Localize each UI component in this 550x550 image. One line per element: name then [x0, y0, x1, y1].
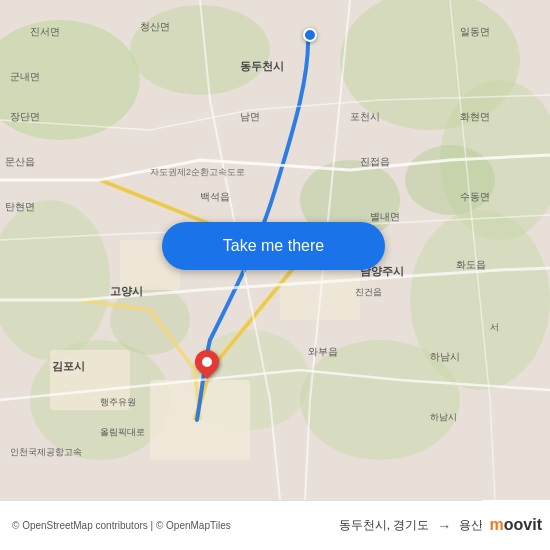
moovit-logo: moovit [482, 500, 550, 550]
svg-text:화현면: 화현면 [460, 111, 490, 122]
arrow-icon: → [437, 518, 451, 534]
svg-text:올림픽대로: 올림픽대로 [100, 427, 145, 437]
svg-text:자도권제2순환고속도로: 자도권제2순환고속도로 [150, 167, 245, 177]
svg-text:군내면: 군내면 [10, 71, 40, 82]
openstreetmap-attribution: © OpenStreetMap contributors | © OpenMap… [12, 520, 231, 531]
svg-text:문산읍: 문산읍 [5, 156, 35, 167]
svg-text:화도읍: 화도읍 [456, 259, 486, 270]
origin-pin [303, 28, 317, 42]
svg-text:포천시: 포천시 [350, 111, 380, 122]
svg-text:와부읍: 와부읍 [308, 346, 338, 357]
svg-text:하남시: 하남시 [430, 351, 460, 362]
svg-text:백석읍: 백석읍 [200, 191, 230, 202]
svg-point-2 [130, 5, 270, 95]
moovit-brand: moovit [490, 516, 542, 534]
svg-text:하남시: 하남시 [430, 412, 457, 422]
svg-text:서: 서 [490, 322, 499, 332]
svg-text:김포시: 김포시 [52, 360, 85, 372]
map-container: 진서면 청산면 일동면 군내면 장단면 문산읍 탄현면 동두천시 남면 자도권제… [0, 0, 550, 500]
svg-text:일동면: 일동면 [460, 26, 490, 37]
svg-text:수동면: 수동면 [460, 191, 490, 202]
take-me-there-button[interactable]: Take me there [162, 222, 385, 270]
svg-text:동두천시: 동두천시 [240, 60, 284, 72]
svg-text:진건읍: 진건읍 [355, 287, 382, 297]
pin-circle [190, 345, 224, 379]
route-origin: 동두천시, 경기도 [339, 517, 430, 534]
moovit-m: m [490, 516, 504, 533]
svg-text:진서면: 진서면 [30, 26, 60, 37]
attribution-text: © OpenStreetMap contributors | © OpenMap… [12, 520, 339, 531]
bottom-bar: © OpenStreetMap contributors | © OpenMap… [0, 500, 550, 550]
svg-text:탄현면: 탄현면 [5, 201, 35, 212]
svg-text:인천국제공항고속: 인천국제공항고속 [10, 447, 82, 457]
svg-point-11 [405, 145, 495, 215]
moovit-rest: oovit [504, 516, 542, 533]
svg-text:장단면: 장단면 [10, 111, 40, 122]
svg-text:고양시: 고양시 [110, 285, 143, 297]
svg-text:남면: 남면 [240, 111, 260, 122]
svg-text:별내면: 별내면 [370, 211, 400, 222]
pin-inner [200, 355, 214, 369]
svg-text:행주유원: 행주유원 [100, 397, 136, 407]
destination-pin [195, 350, 219, 382]
svg-text:청산면: 청산면 [140, 21, 170, 32]
svg-text:진접읍: 진접읍 [360, 156, 390, 167]
